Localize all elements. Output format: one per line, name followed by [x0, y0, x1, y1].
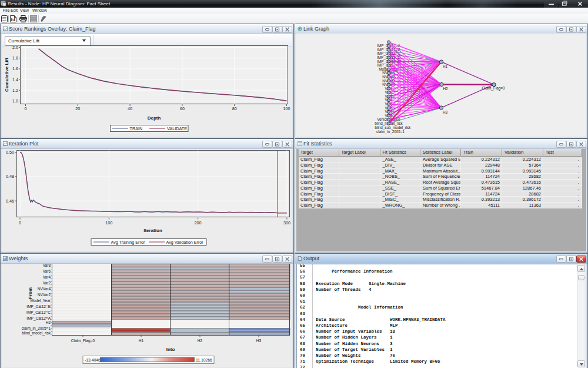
svg-text:Claim_Flag=0: Claim_Flag=0 [482, 86, 505, 91]
svg-text:1.6: 1.6 [12, 66, 18, 71]
svg-text:0.50: 0.50 [6, 150, 14, 155]
svg-text:Var6: Var6 [43, 269, 51, 273]
svg-text:300: 300 [283, 220, 290, 226]
svg-text:Cumulative Lift: Cumulative Lift [4, 58, 9, 92]
svg-text:2.0: 2.0 [12, 45, 18, 50]
svg-text:Into: Into [166, 347, 175, 352]
svg-text:0.46: 0.46 [6, 198, 14, 204]
svg-text:H3: H3 [256, 339, 262, 343]
svg-text:0: 0 [19, 220, 21, 226]
svg-text:60: 60 [180, 106, 185, 111]
svg-text:IMP_Cat12=E: IMP_Cat12=E [26, 304, 51, 309]
svg-text:1.2: 1.2 [12, 88, 18, 93]
svg-text:claim_in_2005=1: claim_in_2005=1 [22, 326, 51, 331]
svg-text:From: From [28, 287, 33, 299]
svg-text:TRAIN: TRAIN [130, 126, 143, 131]
svg-text:Depth: Depth [148, 115, 161, 121]
svg-text:NVVar2: NVVar2 [38, 293, 51, 297]
svg-text:80: 80 [232, 106, 237, 111]
svg-text:11.10266: 11.10266 [196, 358, 212, 362]
svg-text:1.4: 1.4 [12, 77, 18, 82]
svg-text:0.48: 0.48 [6, 174, 14, 179]
svg-text:1.0: 1.0 [12, 98, 18, 104]
svg-text:-13.4046: -13.4046 [85, 358, 101, 362]
svg-text:200: 200 [195, 220, 202, 226]
svg-text:NVVar4: NVVar4 [38, 287, 51, 291]
svg-text:Avg Validation Error: Avg Validation Error [166, 240, 204, 245]
svg-text:VALIDATE: VALIDATE [167, 126, 187, 131]
svg-text:Var2: Var2 [43, 281, 51, 285]
svg-text:Avg Training Error: Avg Training Error [111, 240, 145, 245]
svg-text:blind_model_risk: blind_model_risk [22, 331, 51, 336]
svg-text:claim_in_2005=1: claim_in_2005=1 [376, 130, 405, 134]
svg-text:H2: H2 [198, 339, 203, 343]
svg-text:Var4: Var4 [43, 275, 51, 279]
svg-text:H2: H2 [443, 87, 449, 91]
svg-text:H3: H3 [443, 110, 448, 114]
svg-text:IMP_Cat12=C: IMP_Cat12=C [26, 310, 51, 315]
svg-text:Model_Year: Model_Year [31, 299, 51, 303]
svg-text:Claim_Flag=0: Claim_Flag=0 [71, 339, 95, 343]
svg-text:0: 0 [25, 106, 27, 111]
svg-text:100: 100 [105, 220, 112, 226]
svg-text:1.8: 1.8 [12, 55, 18, 61]
svg-text:H1: H1 [443, 64, 448, 68]
svg-text:H2: H2 [46, 320, 51, 324]
svg-text:40: 40 [128, 106, 132, 111]
svg-text:H1: H1 [139, 339, 144, 343]
svg-text:100: 100 [283, 106, 290, 111]
svg-text:20: 20 [75, 106, 80, 111]
svg-text:Var8: Var8 [43, 263, 51, 267]
svg-text:Iteration: Iteration [143, 228, 162, 233]
